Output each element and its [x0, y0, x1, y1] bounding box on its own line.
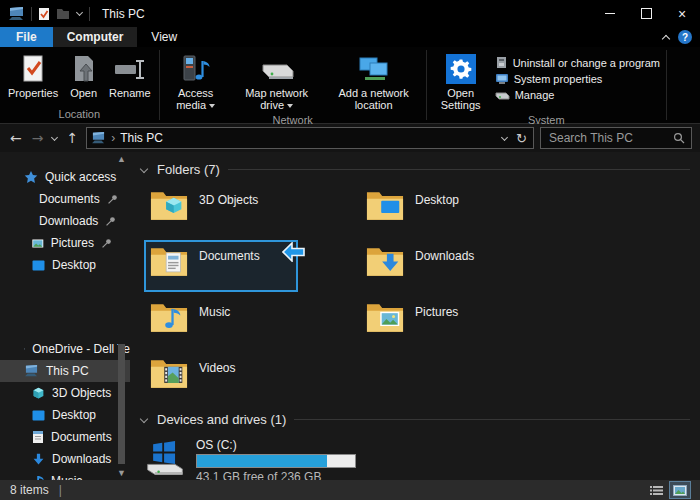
- download-arrow-icon: [32, 453, 45, 466]
- sidebar-item-downloads-pinned[interactable]: Downloads: [0, 210, 130, 232]
- file-list-pane: Folders (7) 3D Objects Desktop: [130, 152, 700, 480]
- map-network-drive-icon: [259, 53, 295, 85]
- navigation-pane: Quick access Documents Downloads: [0, 152, 130, 480]
- manage-button[interactable]: Manage: [495, 89, 660, 101]
- close-button[interactable]: ×: [664, 0, 700, 27]
- pin-icon: [101, 238, 112, 249]
- sidebar-item-this-pc[interactable]: This PC: [0, 360, 130, 382]
- folder-documents-icon: [150, 244, 188, 277]
- system-properties-button[interactable]: System properties: [495, 73, 660, 85]
- window-title: This PC: [102, 7, 145, 21]
- sidebar-item-onedrive[interactable]: OneDrive - Dell Te: [0, 338, 130, 360]
- folder-music-icon: [150, 300, 188, 333]
- drive-tile-os-c[interactable]: OS (C:) 43.1 GB free of 236 GB: [144, 438, 694, 480]
- ribbon: Properties Open Rename Location: [0, 47, 700, 124]
- sidebar-item-documents-pinned[interactable]: Documents: [0, 188, 130, 210]
- search-icon[interactable]: [673, 132, 685, 144]
- open-button[interactable]: Open: [65, 51, 102, 101]
- close-icon: ×: [678, 7, 686, 21]
- details-view-icon: [650, 485, 663, 496]
- window-controls: ×: [592, 0, 700, 27]
- manage-icon: [495, 90, 510, 101]
- uninstall-program-icon: [495, 56, 508, 69]
- group-label-location: Location: [2, 107, 157, 123]
- scroll-down-icon[interactable]: ▼: [117, 468, 126, 478]
- sidebar-item-3d-objects[interactable]: 3D Objects: [0, 382, 130, 404]
- folder-tile-downloads[interactable]: Downloads: [360, 240, 514, 292]
- sidebar-item-desktop-quick[interactable]: Desktop: [0, 254, 130, 276]
- folder-3d-objects-icon: [150, 188, 188, 221]
- forward-button[interactable]: →: [30, 130, 46, 146]
- back-button[interactable]: ←: [8, 130, 24, 146]
- address-pc-icon: [91, 132, 106, 144]
- recent-locations-chevron-icon[interactable]: [51, 135, 58, 142]
- tab-computer[interactable]: Computer: [53, 27, 138, 47]
- this-pc-icon: [8, 7, 25, 21]
- folder-tile-music[interactable]: Music: [144, 296, 298, 348]
- breadcrumb-this-pc[interactable]: This PC: [120, 131, 163, 145]
- cursor-pointer-icon: [282, 242, 306, 262]
- explorer-window: This PC × File Computer View ? Propertie…: [0, 0, 700, 500]
- folder-tile-pictures[interactable]: Pictures: [360, 296, 514, 348]
- help-icon[interactable]: ?: [678, 30, 692, 44]
- sidebar-item-pictures-pinned[interactable]: Pictures: [0, 232, 130, 254]
- devices-section-header: Devices and drives (1): [138, 408, 694, 430]
- minimize-ribbon-icon[interactable]: [662, 33, 670, 41]
- sidebar-spacer: [0, 276, 130, 338]
- uninstall-program-button[interactable]: Uninstall or change a program: [495, 56, 660, 69]
- scroll-up-icon[interactable]: ▲: [117, 154, 126, 164]
- access-media-icon: [182, 53, 210, 85]
- properties-button[interactable]: Properties: [3, 51, 63, 101]
- document-icon: [32, 430, 44, 444]
- ribbon-separator-3: [666, 50, 667, 120]
- address-bar[interactable]: › This PC ↻: [86, 127, 534, 149]
- drive-usage-fill: [197, 455, 327, 467]
- desktop-icon: [32, 260, 45, 271]
- rename-icon: [114, 53, 146, 85]
- up-button[interactable]: ↑: [64, 130, 80, 146]
- thumbnail-view-button[interactable]: [670, 482, 690, 498]
- tab-file[interactable]: File: [0, 27, 53, 47]
- drive-icon: [144, 438, 186, 478]
- access-media-button[interactable]: Access media: [163, 51, 229, 113]
- address-dropdown-chevron-icon[interactable]: [501, 135, 508, 142]
- collapse-folders-chevron-icon[interactable]: [140, 165, 149, 174]
- sidebar-item-desktop[interactable]: Desktop: [0, 404, 130, 426]
- new-folder-quick-icon[interactable]: [56, 8, 70, 20]
- sidebar-scrollbar[interactable]: ▲ ▼: [115, 154, 128, 478]
- tab-view[interactable]: View: [137, 27, 191, 47]
- folder-tile-videos[interactable]: Videos: [144, 352, 298, 404]
- drive-free-space: 43.1 GB free of 236 GB: [196, 470, 356, 480]
- titlebar-separator-2: [89, 7, 90, 21]
- details-view-button[interactable]: [646, 482, 666, 498]
- sidebar-item-documents[interactable]: Documents: [0, 426, 130, 448]
- qat-customize-chevron-icon[interactable]: [76, 10, 83, 17]
- folder-tile-desktop[interactable]: Desktop: [360, 184, 514, 236]
- rename-button[interactable]: Rename: [104, 51, 156, 101]
- minimize-button[interactable]: [592, 0, 628, 27]
- maximize-button[interactable]: [628, 0, 664, 27]
- search-input[interactable]: [547, 130, 673, 146]
- cloud-icon: [24, 344, 25, 354]
- map-drive-dropdown-icon: [287, 104, 293, 108]
- properties-quick-icon[interactable]: [38, 7, 50, 21]
- add-network-location-button[interactable]: Add a network location: [325, 51, 423, 113]
- folder-tile-3d-objects[interactable]: 3D Objects: [144, 184, 298, 236]
- main-area: Quick access Documents Downloads: [0, 152, 700, 480]
- folder-tile-documents[interactable]: Documents: [144, 240, 298, 292]
- collapse-devices-chevron-icon[interactable]: [140, 415, 149, 424]
- properties-icon: [21, 53, 45, 85]
- refresh-icon[interactable]: ↻: [516, 131, 527, 146]
- quick-access-toolbar: This PC: [0, 7, 145, 21]
- folder-pictures-icon: [366, 300, 404, 333]
- map-network-drive-button[interactable]: Map network drive: [231, 51, 323, 113]
- search-box[interactable]: [540, 127, 692, 149]
- sidebar-item-music[interactable]: Music: [0, 470, 130, 480]
- picture-icon: [32, 238, 44, 249]
- open-settings-button[interactable]: Open Settings: [430, 51, 492, 113]
- folder-downloads-icon: [366, 244, 404, 277]
- scrollbar-thumb[interactable]: [118, 344, 125, 464]
- sidebar-item-quick-access[interactable]: Quick access: [0, 166, 130, 188]
- sidebar-item-downloads[interactable]: Downloads: [0, 448, 130, 470]
- folder-desktop-icon: [366, 188, 404, 221]
